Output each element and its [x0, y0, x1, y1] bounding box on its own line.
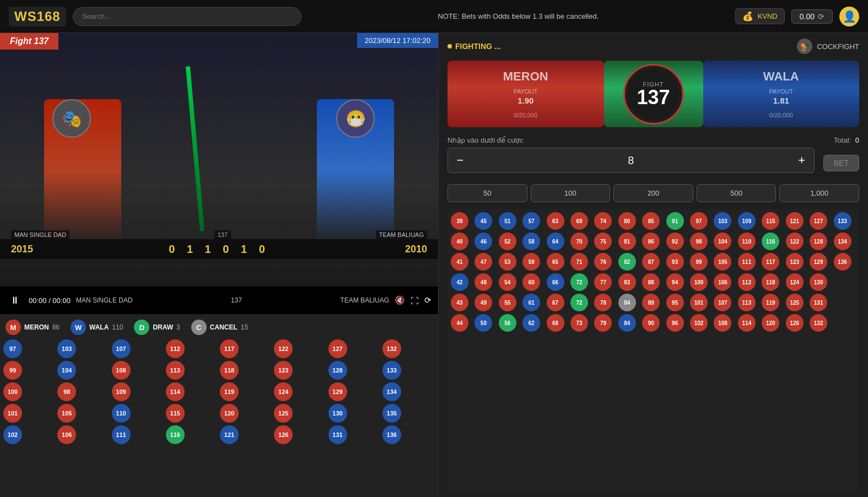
quick-amount-button[interactable]: 200	[613, 184, 693, 202]
fighting-label: FIGHTING ...	[448, 42, 500, 51]
history-cell: 80	[618, 212, 636, 230]
currency-selector[interactable]: 💰 KVND	[735, 8, 785, 24]
history-cell: 66	[547, 273, 564, 291]
wala-progress: 0/20,000	[709, 112, 854, 118]
legend-count-draw: 3	[176, 323, 180, 331]
meron-payout-val: 1.90	[453, 96, 599, 105]
video-refresh-button[interactable]: ⟳	[424, 295, 432, 305]
fighting-dot	[448, 44, 452, 48]
wala-payout-val: 1.81	[709, 96, 854, 105]
logo: WS168	[9, 7, 66, 26]
history-cell: 130	[328, 404, 347, 423]
bet-confirm-button[interactable]: BET	[823, 155, 859, 171]
history-cell: 83	[618, 273, 636, 291]
history-cell: 101	[690, 294, 708, 311]
fight-num-ctrl: 137	[231, 296, 242, 304]
history-cell: 118	[762, 273, 779, 291]
meron-payout-label: PAYOUT	[453, 88, 599, 95]
history-cell: 105	[57, 404, 76, 423]
history-cell: 90	[642, 314, 660, 332]
bet-input-section: Nhập vào dưới để cược Total: 0	[448, 136, 859, 144]
team-right-ctrl: TEAM BALIUAG	[340, 296, 389, 304]
history-cell: 123	[786, 253, 804, 271]
meron-progress: 0/20,000	[453, 112, 599, 118]
bet-card-meron[interactable]: MERON PAYOUT 1.90 0/20,000	[448, 61, 604, 127]
legend-count-wala: 110	[112, 323, 123, 331]
quick-amount-button[interactable]: 50	[448, 184, 527, 202]
history-cell: 117	[762, 253, 779, 271]
history-cell: 98	[690, 233, 708, 250]
right-header: FIGHTING ... 🐓 COCKFIGHT	[448, 39, 859, 54]
bet-decrease-button[interactable]: −	[448, 148, 472, 172]
history-cell: 74	[594, 212, 612, 230]
quick-amount-button[interactable]: 1,000	[779, 184, 859, 202]
history-cell: 97	[3, 339, 22, 358]
history-cell: 106	[714, 273, 731, 291]
history-cell: 125	[274, 404, 293, 423]
history-cell: 129	[328, 382, 347, 401]
legend-dot-m: M	[6, 320, 21, 335]
history-cell: 67	[547, 294, 564, 311]
history-cell: 84	[618, 294, 636, 311]
history-cell: 114	[166, 382, 185, 401]
quick-amount-button[interactable]: 500	[697, 184, 777, 202]
legend-label-draw: DRAW	[153, 323, 173, 331]
team-right-label: TEAM BALIUAG	[376, 230, 427, 239]
history-cell: 104	[714, 233, 731, 250]
history-cell: 128	[328, 361, 347, 380]
video-controls: ⏸ 00:00 / 00:00 MAN SINGLE DAD 137 TEAM …	[0, 287, 438, 314]
history-cell: 40	[451, 233, 468, 250]
user-avatar[interactable]: 👤	[839, 7, 859, 26]
person-right: 😷	[317, 99, 394, 242]
history-cell: 132	[382, 339, 401, 358]
bet-increase-button[interactable]: +	[790, 148, 814, 172]
history-cell: 92	[666, 233, 684, 250]
currency-label: KVND	[758, 12, 778, 20]
bet-card-wala[interactable]: WALA PAYOUT 1.81 0/20,000	[703, 61, 860, 127]
history-cell: 47	[475, 253, 492, 271]
legend-meron: M MERON 86	[6, 320, 60, 335]
header: WS168 NOTE: Bets with Odds below 1.3 wil…	[0, 0, 868, 33]
history-cell: 100	[690, 273, 708, 291]
history-cell: 127	[810, 212, 827, 230]
fight-badge: Fight 137	[0, 33, 58, 50]
legend-label-meron: MERON	[24, 323, 49, 331]
play-pause-button[interactable]: ⏸	[7, 294, 23, 307]
history-cell: 54	[499, 273, 516, 291]
history-cell: 121	[220, 425, 239, 444]
volume-button[interactable]: 🔇	[395, 295, 405, 305]
history-cell: 95	[666, 294, 684, 311]
video-scene: 🎭 😷 2015 0 1 1 0 1 0 2010	[0, 33, 438, 287]
legend-count-meron: 86	[52, 323, 60, 331]
refresh-icon[interactable]: ⟳	[818, 12, 824, 21]
video-frame: 🎭 😷 2015 0 1 1 0 1 0 2010	[0, 33, 438, 287]
fullscreen-button[interactable]: ⛶	[411, 296, 419, 305]
history-cell: 65	[547, 253, 564, 271]
history-cell: 72	[570, 273, 588, 291]
history-cell: 110	[112, 404, 131, 423]
search-input[interactable]	[73, 7, 301, 26]
history-cell: 131	[810, 294, 827, 311]
history-cell: 124	[786, 273, 804, 291]
bet-amount-input[interactable]	[472, 154, 790, 167]
legend-dot-w: W	[71, 320, 86, 335]
history-cell: 79	[594, 314, 612, 332]
history-cell: 105	[714, 253, 731, 271]
score-left: 2015	[11, 244, 33, 255]
history-cell: 81	[618, 233, 636, 250]
history-cell: 77	[594, 273, 612, 291]
history-cell: 120	[220, 404, 239, 423]
history-cell: 113	[166, 361, 185, 380]
history-cell: 44	[451, 314, 468, 332]
legend-label-wala: WALA	[89, 323, 109, 331]
right-panel: FIGHTING ... 🐓 COCKFIGHT MERON PAYOUT 1.…	[438, 33, 868, 497]
history-cell: 111	[112, 425, 131, 444]
history-cell: 75	[594, 233, 612, 250]
quick-amount-button[interactable]: 100	[531, 184, 611, 202]
history-cell: 68	[547, 314, 564, 332]
history-cell: 39	[451, 212, 468, 230]
legend-wala: W WALA 110	[71, 320, 123, 335]
history-cell: 134	[382, 382, 401, 401]
history-cell: 128	[810, 233, 827, 250]
history-cell: 103	[714, 212, 731, 230]
